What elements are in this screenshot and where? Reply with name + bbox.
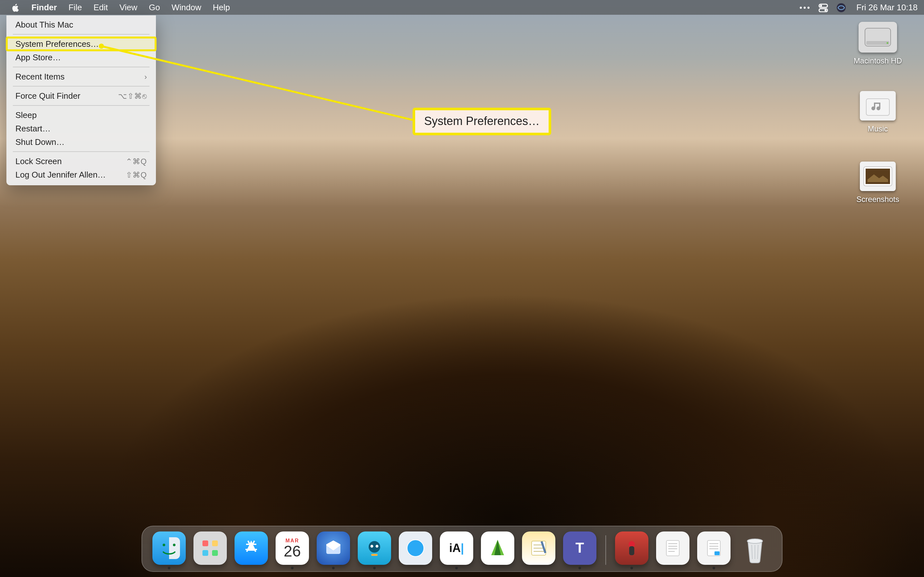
- dock-app-launchpad[interactable]: [194, 532, 227, 565]
- svg-point-2: [807, 6, 809, 8]
- menu-item-label: Force Quit Finder: [15, 91, 80, 101]
- svg-rect-34: [629, 546, 634, 555]
- menu-item-label: Lock Screen: [15, 156, 62, 166]
- menu-recent-items[interactable]: Recent Items›: [6, 70, 156, 83]
- menu-file[interactable]: File: [63, 3, 87, 12]
- menu-sleep[interactable]: Sleep: [6, 108, 156, 122]
- menu-shortcut: ⌥⇧⌘⎋: [118, 91, 147, 100]
- menu-item-label: App Store…: [15, 53, 61, 62]
- calendar-day-label: 26: [284, 543, 300, 559]
- apple-menu-icon[interactable]: [8, 3, 23, 12]
- svg-point-24: [371, 545, 373, 548]
- dock-app-notes[interactable]: [522, 532, 556, 565]
- menu-clock[interactable]: Fri 26 Mar 10:18: [854, 3, 918, 12]
- menu-edit[interactable]: Edit: [87, 3, 113, 12]
- dock-app-komoot[interactable]: [481, 532, 514, 565]
- menu-bar: Finder File Edit View Go Window Help Fri…: [0, 0, 924, 15]
- menu-shortcut: ⇧⌘Q: [126, 170, 147, 179]
- menu-shut-down[interactable]: Shut Down…: [6, 135, 156, 149]
- dock-divider: [606, 535, 606, 565]
- menu-item-label: Recent Items: [15, 72, 65, 81]
- svg-rect-44: [714, 551, 720, 555]
- svg-rect-20: [212, 540, 218, 546]
- menu-separator: [13, 67, 150, 67]
- chevron-right-icon: ›: [144, 72, 147, 81]
- dock-document-2[interactable]: [697, 532, 730, 565]
- menu-app-name[interactable]: Finder: [26, 3, 63, 12]
- menu-help[interactable]: Help: [207, 3, 236, 12]
- annotation-callout: System Preferences…: [413, 108, 551, 135]
- menu-go[interactable]: Go: [143, 3, 166, 12]
- menu-item-label: About This Mac: [15, 20, 73, 29]
- dock-app-teams[interactable]: T: [563, 532, 596, 565]
- menu-item-label: Restart…: [15, 124, 51, 133]
- dock-app-tweetbot[interactable]: [358, 532, 391, 565]
- svg-rect-26: [371, 554, 378, 556]
- desktop-icon-screenshots[interactable]: Screenshots: [847, 161, 909, 204]
- dock-trash[interactable]: [738, 532, 772, 565]
- icon-label: Screenshots: [856, 195, 899, 204]
- menu-item-label: System Preferences…: [15, 39, 99, 49]
- menu-separator: [13, 151, 150, 152]
- menu-shortcut: ⌃⌘Q: [126, 157, 147, 166]
- overflow-icon[interactable]: [798, 3, 810, 12]
- dock-app-ia-writer[interactable]: iA|: [440, 532, 473, 565]
- callout-text: System Preferences…: [424, 115, 540, 127]
- svg-rect-11: [866, 41, 889, 45]
- menu-lock-screen[interactable]: Lock Screen⌃⌘Q: [6, 155, 156, 168]
- hard-drive-icon: [859, 22, 897, 53]
- menu-about-this-mac[interactable]: About This Mac: [6, 18, 156, 31]
- svg-point-18: [173, 544, 176, 546]
- svg-point-6: [824, 9, 826, 11]
- control-center-icon[interactable]: [818, 3, 828, 12]
- svg-rect-21: [202, 550, 208, 556]
- dock-document-1[interactable]: [656, 532, 690, 565]
- svg-point-1: [803, 6, 805, 8]
- apple-dropdown-menu: About This Mac System Preferences… App S…: [6, 15, 156, 185]
- menu-item-label: Log Out Jennifer Allen…: [15, 170, 106, 179]
- svg-point-0: [800, 6, 801, 8]
- dock-app-app-store[interactable]: [234, 532, 268, 565]
- menu-separator: [13, 86, 150, 87]
- dock-app-safari[interactable]: [399, 532, 432, 565]
- menu-restart[interactable]: Restart…: [6, 122, 156, 135]
- svg-point-45: [747, 539, 762, 543]
- menu-separator: [13, 105, 150, 106]
- desktop-icon-music[interactable]: Music: [847, 91, 909, 133]
- dock-app-thunderbird[interactable]: [317, 532, 350, 565]
- dock-app-calendar[interactable]: MAR 26: [276, 532, 309, 565]
- folder-screenshots-icon: [860, 161, 896, 191]
- menu-view[interactable]: View: [113, 3, 143, 12]
- menu-window[interactable]: Window: [166, 3, 207, 12]
- menu-system-preferences[interactable]: System Preferences…: [6, 37, 156, 51]
- folder-music-icon: [860, 91, 896, 121]
- siri-icon[interactable]: [836, 2, 846, 13]
- dock: MAR 26 iA|: [142, 526, 782, 572]
- menu-item-label: Sleep: [15, 110, 37, 120]
- svg-point-5: [820, 5, 822, 6]
- svg-point-25: [376, 545, 379, 548]
- macos-desktop: Finder File Edit View Go Window Help Fri…: [0, 0, 924, 577]
- icon-label: Music: [868, 124, 888, 133]
- desktop-icon-macintosh-hd[interactable]: Macintosh HD: [847, 22, 909, 65]
- menu-item-label: Shut Down…: [15, 137, 65, 147]
- menu-force-quit[interactable]: Force Quit Finder⌥⇧⌘⎋: [6, 89, 156, 103]
- menu-separator: [13, 34, 150, 35]
- svg-rect-19: [202, 540, 208, 546]
- menu-app-store[interactable]: App Store…: [6, 51, 156, 64]
- menu-log-out[interactable]: Log Out Jennifer Allen…⇧⌘Q: [6, 168, 156, 181]
- svg-point-23: [368, 541, 380, 553]
- svg-point-17: [163, 544, 165, 546]
- menu-status-area: Fri 26 Mar 10:18: [798, 2, 918, 13]
- dock-app-openemu[interactable]: [615, 532, 648, 565]
- svg-rect-35: [666, 540, 679, 556]
- dock-app-finder[interactable]: [152, 532, 186, 565]
- icon-label: Macintosh HD: [854, 56, 902, 65]
- svg-point-12: [887, 42, 888, 44]
- svg-rect-22: [212, 550, 218, 556]
